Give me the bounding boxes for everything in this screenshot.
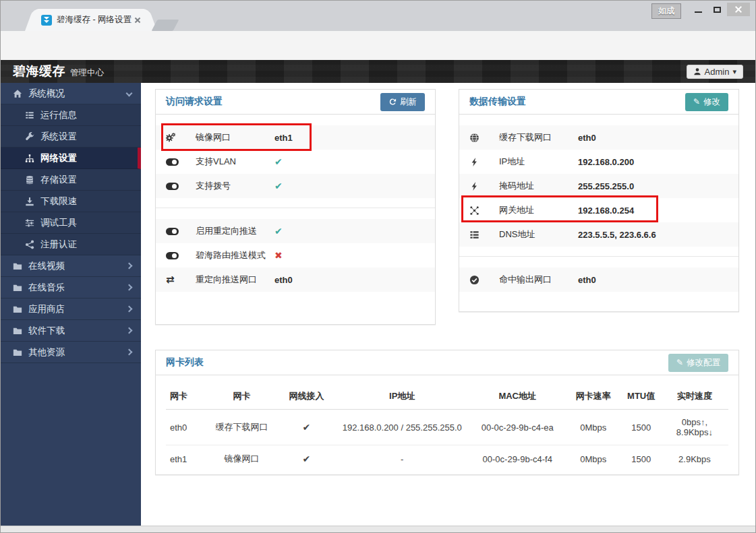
brand-name: 碧海缓存 bbox=[13, 63, 65, 80]
download-icon bbox=[25, 197, 34, 206]
cell-rate: 0Mbps bbox=[565, 445, 621, 473]
check-circle-icon bbox=[469, 275, 499, 285]
sidebar-item-online-music[interactable]: 在线音乐 bbox=[1, 277, 141, 299]
cell-mtu: 1500 bbox=[621, 410, 660, 445]
user-icon bbox=[693, 67, 701, 75]
close-button[interactable] bbox=[727, 3, 750, 16]
sidebar-item-other-resources[interactable]: 其他资源 bbox=[1, 342, 141, 363]
maximize-button[interactable] bbox=[708, 3, 726, 16]
sidebar-item-label: 调试工具 bbox=[40, 217, 77, 229]
folder-icon bbox=[13, 305, 22, 314]
cell-rate: 0Mbps bbox=[565, 410, 621, 445]
col-header-speed: 实时速度 bbox=[661, 381, 728, 410]
config-row-hit-output: 命中输出网口 eth0 bbox=[459, 268, 738, 292]
exchange-icon: ⇄ bbox=[166, 274, 196, 286]
admin-label: Admin bbox=[705, 67, 730, 77]
sidebar-item-online-video[interactable]: 在线视频 bbox=[1, 255, 141, 277]
sidebar-item-label: 存储设置 bbox=[40, 174, 77, 186]
cell-ip: - bbox=[335, 445, 469, 473]
nic-list-panel: 网卡列表 ✎ 修改配置 网卡 网卡 网线接入 IP地址 MAC地址 网卡速率 M… bbox=[155, 350, 739, 475]
config-value: eth0 bbox=[578, 133, 596, 143]
sidebar-item-label: 应用商店 bbox=[28, 303, 65, 315]
config-label: 支持拨号 bbox=[196, 180, 274, 193]
sidebar: 系统概况 运行信息 系统设置 网络设置 存储设置 下载限速 调试工具 bbox=[1, 83, 141, 526]
gears-icon bbox=[166, 133, 196, 143]
sidebar-item-registration[interactable]: 注册认证 bbox=[1, 234, 141, 255]
sidebar-item-runtime-info[interactable]: 运行信息 bbox=[1, 104, 141, 126]
panel-title: 网卡列表 bbox=[166, 356, 204, 369]
bolt-icon bbox=[469, 157, 499, 167]
refresh-button[interactable]: 刷新 bbox=[380, 93, 425, 111]
wrench-icon bbox=[25, 132, 34, 142]
database-icon bbox=[25, 175, 34, 185]
config-row-mask: 掩码地址 255.255.255.0 bbox=[459, 174, 738, 198]
config-row-mirror-port: 镜像网口 eth1 bbox=[156, 125, 435, 150]
config-row-vlan: 支持VLAN ✔ bbox=[156, 150, 435, 174]
modify-config-button[interactable]: ✎ 修改配置 bbox=[668, 354, 728, 372]
cell-nic: eth0 bbox=[166, 410, 205, 445]
sidebar-item-software-download[interactable]: 软件下载 bbox=[1, 320, 141, 342]
modify-button[interactable]: ✎ 修改 bbox=[685, 93, 728, 111]
sidebar-item-system-settings[interactable]: 系统设置 bbox=[1, 126, 141, 148]
pencil-icon: ✎ bbox=[693, 97, 700, 106]
config-value: eth0 bbox=[578, 275, 596, 285]
panel-header: 网卡列表 ✎ 修改配置 bbox=[156, 350, 738, 375]
modify-label: 修改 bbox=[703, 96, 720, 108]
config-label: 碧海路由推送模式 bbox=[196, 249, 274, 262]
ime-indicator[interactable]: 如成 bbox=[651, 3, 681, 19]
new-tab-button[interactable] bbox=[151, 20, 179, 31]
sidebar-item-system-overview[interactable]: 系统概况 bbox=[1, 83, 141, 104]
config-label: 网关地址 bbox=[499, 204, 578, 217]
toggle-icon bbox=[166, 228, 196, 235]
config-value: eth1 bbox=[274, 133, 293, 143]
panel-title: 数据传输设置 bbox=[469, 96, 526, 108]
config-value: 192.168.0.200 bbox=[578, 157, 634, 167]
minimize-button[interactable] bbox=[689, 3, 707, 16]
col-header-name: 网卡 bbox=[205, 381, 278, 410]
list-icon bbox=[469, 230, 499, 240]
network-nodes-icon bbox=[469, 206, 499, 216]
tasks-icon bbox=[25, 111, 34, 120]
panel-body: 缓存下载网口 eth0 IP地址 192.168.0.200 掩码地址 255.… bbox=[459, 115, 738, 292]
sidebar-item-storage-settings[interactable]: 存储设置 bbox=[1, 169, 141, 191]
sidebar-item-label: 运行信息 bbox=[40, 109, 77, 121]
check-icon: ✔ bbox=[274, 181, 283, 191]
modify-config-label: 修改配置 bbox=[687, 357, 720, 369]
admin-menu-button[interactable]: Admin ▾ bbox=[687, 65, 743, 79]
cell-name: 镜像网口 bbox=[205, 445, 278, 473]
tab-close-icon[interactable] bbox=[133, 15, 142, 25]
table-row-eth1: eth1 镜像网口 ✔ - 00-0c-29-9b-c4-f4 0Mbps 15… bbox=[166, 445, 728, 473]
sidebar-item-label: 系统概况 bbox=[28, 88, 65, 100]
sidebar-item-label: 下载限速 bbox=[40, 195, 77, 208]
panel-header: 访问请求设置 刷新 bbox=[156, 90, 435, 115]
sidebar-item-app-store[interactable]: 应用商店 bbox=[1, 299, 141, 320]
config-label: 缓存下载网口 bbox=[499, 131, 578, 144]
bolt-icon bbox=[469, 181, 499, 191]
sidebar-item-debug-tools[interactable]: 调试工具 bbox=[1, 212, 141, 234]
refresh-label: 刷新 bbox=[400, 96, 417, 108]
folder-icon bbox=[13, 283, 22, 292]
cell-mac: 00-0c-29-9b-c4-ea bbox=[469, 410, 565, 445]
tab-title: 碧海缓存 - 网络设置 bbox=[57, 14, 133, 26]
browser-tab[interactable]: 碧海缓存 - 网络设置 bbox=[34, 9, 148, 31]
access-request-panel: 访问请求设置 刷新 镜像网口 eth1 支持VLAN ✔ 支持拨号 bbox=[155, 89, 436, 325]
sidebar-item-network-settings[interactable]: 网络设置 bbox=[1, 148, 141, 169]
sidebar-item-label: 软件下载 bbox=[28, 325, 65, 337]
close-icon bbox=[734, 5, 743, 13]
sidebar-item-label: 网络设置 bbox=[40, 152, 77, 164]
cell-ip: 192.168.0.200 / 255.255.255.0 bbox=[335, 410, 469, 445]
panel-body: 镜像网口 eth1 支持VLAN ✔ 支持拨号 ✔ 启用重定向推送 ✔ 碧 bbox=[156, 115, 435, 292]
divider bbox=[459, 256, 738, 257]
sidebar-item-download-limit[interactable]: 下载限速 bbox=[1, 191, 141, 212]
cell-mtu: 1500 bbox=[621, 445, 660, 473]
panel-header: 数据传输设置 ✎ 修改 bbox=[459, 90, 738, 115]
config-label: 镜像网口 bbox=[196, 131, 274, 144]
app-header: 碧海缓存 管理中心 Admin ▾ bbox=[1, 60, 755, 83]
col-header-rate: 网卡速率 bbox=[565, 381, 621, 410]
sidebar-submenu: 运行信息 系统设置 网络设置 存储设置 下载限速 调试工具 注册认证 bbox=[1, 104, 141, 255]
config-row-dns: DNS地址 223.5.5.5, 223.6.6.6 bbox=[459, 222, 738, 247]
minimize-icon bbox=[695, 11, 702, 13]
config-label: 命中输出网口 bbox=[499, 274, 578, 286]
chevron-right-icon bbox=[126, 306, 133, 313]
divider bbox=[156, 208, 435, 208]
